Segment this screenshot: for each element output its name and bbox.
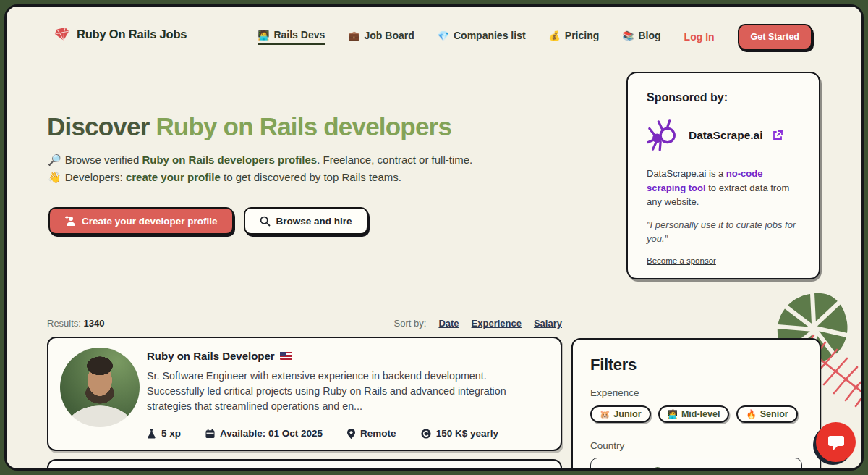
browse-and-hire-button[interactable]: Browse and hire — [244, 207, 368, 235]
hero-subtitle-line1: 🔎Browse verified Ruby on Rails developer… — [48, 154, 472, 167]
ruby-gem-icon — [54, 27, 70, 41]
sort-by-date[interactable]: Date — [438, 318, 459, 329]
coin-icon — [421, 429, 431, 439]
sort-by-experience[interactable]: Experience — [472, 318, 522, 329]
filters-heading: Filters — [590, 356, 802, 374]
get-started-button[interactable]: Get Started — [738, 24, 812, 50]
nav-item-rails-devs[interactable]: 🧑‍💻 Rails Devs — [258, 29, 325, 45]
developer-card-next[interactable] — [47, 459, 562, 471]
country-label: Country — [590, 440, 802, 451]
developer-avatar — [60, 348, 140, 427]
main-nav: 🧑‍💻 Rails Devs 💼 Job Board 💎 Companies l… — [258, 24, 812, 50]
sponsor-description: DataScrape.ai is a no-code scraping tool… — [647, 167, 800, 209]
money-bag-icon: 💰 — [549, 30, 561, 41]
chat-launcher-button[interactable] — [816, 422, 856, 462]
spider-logo-icon — [647, 119, 680, 152]
hamster-icon: 🐹 — [600, 409, 610, 419]
fire-icon: 🔥 — [746, 409, 756, 419]
hero-subtitle-line2: 👋Developers: create your profile to get … — [48, 171, 401, 184]
developer-meta-row: 5 xp Available: 01 Oct 2025 Remote — [147, 428, 498, 439]
create-profile-button[interactable]: Create your developer profile — [48, 207, 234, 235]
technologist-icon: 🧑‍💻 — [668, 409, 678, 419]
location-meta: Remote — [347, 428, 396, 439]
sponsor-card: Sponsored by: DataScrape.ai DataScrape.a… — [626, 72, 820, 279]
results-bar: Results: 1340 Sort by: Date Experience S… — [47, 318, 562, 329]
sponsor-heading: Sponsored by: — [647, 91, 800, 104]
nav-item-pricing[interactable]: 💰 Pricing — [549, 30, 600, 44]
chevron-down-icon — [782, 469, 791, 471]
chip-junior[interactable]: 🐹 Junior — [590, 405, 651, 423]
briefcase-icon: 💼 — [348, 30, 359, 41]
developer-title: Ruby on Rails Developer — [147, 350, 545, 362]
brand-logo[interactable]: Ruby On Rails Jobs — [54, 27, 187, 41]
calendar-icon — [205, 429, 215, 439]
experience-meta: 5 xp — [147, 428, 181, 439]
filters-panel: Filters Experience 🐹 Junior 🧑‍💻 Mid-leve… — [571, 338, 821, 471]
results-count: Results: 1340 — [47, 318, 105, 329]
nav-item-job-board[interactable]: 💼 Job Board — [348, 30, 414, 44]
location-pin-icon — [347, 429, 355, 439]
nav-item-companies-list[interactable]: 💎 Companies list — [438, 30, 526, 44]
magnifier-icon: 🔎 — [48, 154, 61, 166]
developer-card[interactable]: Ruby on Rails Developer Sr. Software Eng… — [47, 337, 562, 451]
devs-icon: 🧑‍💻 — [258, 30, 269, 41]
gem-icon: 💎 — [438, 30, 449, 41]
login-link[interactable]: Log In — [684, 31, 715, 43]
flask-icon — [147, 429, 156, 439]
sort-by-salary[interactable]: Salary — [534, 318, 562, 329]
chat-bubble-icon — [827, 434, 846, 451]
wave-icon: 👋 — [48, 171, 61, 183]
developer-description: Sr. Software Engineer with extensive exp… — [147, 369, 545, 414]
brand-name: Ruby On Rails Jobs — [77, 28, 187, 41]
us-flag-icon — [280, 352, 292, 360]
chip-mid-level[interactable]: 🧑‍💻 Mid-level — [658, 405, 730, 423]
page-title: Discover Ruby on Rails developers — [47, 112, 451, 141]
country-select[interactable]: Select — [590, 458, 802, 471]
books-icon: 📚 — [622, 30, 634, 41]
availability-meta: Available: 01 Oct 2025 — [205, 428, 323, 439]
leaf-decoration-bottom — [623, 467, 695, 471]
experience-label: Experience — [590, 387, 802, 398]
search-icon — [260, 216, 271, 227]
become-sponsor-link[interactable]: Become a sponsor — [647, 256, 716, 265]
sponsor-link[interactable]: DataScrape.ai — [689, 129, 763, 142]
sponsor-quote: "I personally use it to curate jobs for … — [647, 218, 800, 246]
external-link-icon[interactable] — [772, 130, 783, 141]
page-frame: Ruby On Rails Jobs 🧑‍💻 Rails Devs 💼 Job … — [4, 4, 864, 471]
chip-senior[interactable]: 🔥 Senior — [736, 405, 797, 423]
nav-item-blog[interactable]: 📚 Blog — [622, 30, 660, 44]
person-add-icon — [64, 216, 76, 226]
sort-by-label: Sort by: — [394, 318, 427, 329]
salary-meta: 150 K$ yearly — [421, 428, 498, 439]
